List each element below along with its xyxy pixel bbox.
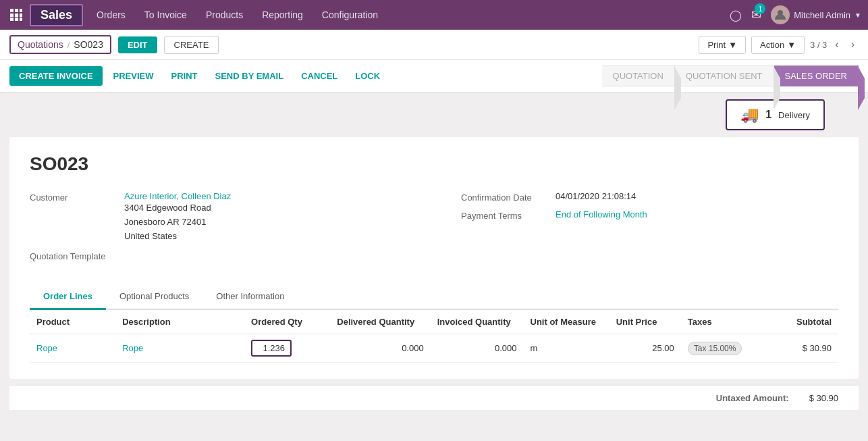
col-header-unit-price: Unit Price xyxy=(609,310,681,334)
edit-button[interactable]: EDIT xyxy=(118,36,157,53)
svg-rect-5 xyxy=(20,14,22,17)
print-chevron-icon: ▼ xyxy=(728,40,737,50)
quotation-template-label: Quotation Template xyxy=(30,250,124,261)
user-name: Mitchell Admin xyxy=(794,10,850,20)
preview-button[interactable]: PREVIEW xyxy=(107,66,161,86)
user-menu[interactable]: Mitchell Admin ▼ xyxy=(771,5,861,24)
send-by-email-button[interactable]: SEND BY EMAIL xyxy=(209,66,291,86)
pagination: 3 / 3 ‹ › xyxy=(810,37,859,52)
svg-rect-1 xyxy=(15,9,18,12)
breadcrumb-separator: / xyxy=(67,40,70,50)
col-header-description: Description xyxy=(115,310,244,334)
svg-rect-3 xyxy=(10,14,13,17)
cell-description: Rope xyxy=(115,334,244,363)
form-fields: Customer Azure Interior, Colleen Diaz 34… xyxy=(30,191,838,268)
truck-icon: 🚚 xyxy=(740,106,759,124)
nav-configuration[interactable]: Configuration xyxy=(319,8,381,22)
top-navigation: Sales Orders To Invoice Products Reporti… xyxy=(0,0,868,30)
summary-row: Untaxed Amount: $ 30.90 xyxy=(716,393,838,403)
col-header-ordered-qty: Ordered Qty xyxy=(244,310,330,334)
quotation-template-row: Quotation Template xyxy=(30,250,407,261)
form-left: Customer Azure Interior, Colleen Diaz 34… xyxy=(30,191,407,268)
delivery-label: Delivery xyxy=(778,110,810,120)
chat-count: 1 xyxy=(755,3,765,14)
tab-other-information[interactable]: Other Information xyxy=(202,284,298,310)
col-header-delivered-qty: Delivered Quantity xyxy=(330,310,430,334)
svg-rect-4 xyxy=(15,14,18,17)
confirmation-date-value: 04/01/2020 21:08:14 xyxy=(555,191,636,201)
delivery-widget-row: 🚚 1 Delivery xyxy=(9,99,859,130)
breadcrumb-row: Quotations / SO023 EDIT CREATE Print ▼ A… xyxy=(0,30,868,60)
cell-uom: m xyxy=(524,334,609,363)
cell-ordered-qty[interactable]: 1.236 xyxy=(244,334,330,363)
payment-terms-row: Payment Terms End of Following Month xyxy=(461,209,838,221)
svg-rect-2 xyxy=(20,9,22,12)
cell-delivered-qty: 0.000 xyxy=(330,334,430,363)
delivery-count: 1 xyxy=(765,109,771,121)
untaxed-value: $ 30.90 xyxy=(809,393,838,403)
create-invoice-button[interactable]: CREATE INVOICE xyxy=(9,66,103,86)
svg-rect-0 xyxy=(10,9,13,12)
lock-button[interactable]: LOCK xyxy=(348,66,387,86)
status-sales-order: SALES ORDER xyxy=(774,66,859,86)
customer-value: Azure Interior, Colleen Diaz 3404 Edgewo… xyxy=(124,191,231,243)
so-number: SO023 xyxy=(30,153,838,175)
tab-order-lines[interactable]: Order Lines xyxy=(30,284,106,310)
toolbar: CREATE INVOICE PREVIEW PRINT SEND BY EMA… xyxy=(0,60,868,93)
print-label: Print xyxy=(707,40,726,50)
nav-links: Orders To Invoice Products Reporting Con… xyxy=(94,8,730,22)
untaxed-label: Untaxed Amount: xyxy=(716,393,789,403)
form-card: SO023 Customer Azure Interior, Colleen D… xyxy=(9,137,859,379)
svg-rect-7 xyxy=(15,18,18,21)
cell-unit-price: 25.00 xyxy=(609,334,681,363)
table-row: Rope Rope 1.236 0.000 0.000 m 25.00 Tax … xyxy=(30,334,838,363)
next-arrow[interactable]: › xyxy=(847,37,859,52)
cell-product[interactable]: Rope xyxy=(30,334,115,363)
col-header-invoiced-qty: Invoiced Quantity xyxy=(431,310,524,334)
tabs: Order Lines Optional Products Other Info… xyxy=(30,284,838,310)
nav-orders[interactable]: Orders xyxy=(94,8,128,22)
pagination-text: 3 / 3 xyxy=(810,40,827,50)
cell-invoiced-qty: 0.000 xyxy=(431,334,524,363)
status-quotation-sent: QUOTATION SENT xyxy=(675,66,774,86)
nav-reporting[interactable]: Reporting xyxy=(259,8,306,22)
customer-name[interactable]: Azure Interior, Colleen Diaz xyxy=(124,191,231,201)
cancel-button[interactable]: CANCEL xyxy=(294,66,344,86)
breadcrumb: Quotations / SO023 xyxy=(9,35,111,54)
nav-to-invoice[interactable]: To Invoice xyxy=(142,8,190,22)
svg-rect-8 xyxy=(20,18,22,21)
print-toolbar-button[interactable]: PRINT xyxy=(165,66,205,86)
payment-terms-value[interactable]: End of Following Month xyxy=(555,209,647,219)
status-quotation: QUOTATION xyxy=(602,66,675,86)
nav-products[interactable]: Products xyxy=(203,8,246,22)
grid-icon[interactable] xyxy=(7,5,26,24)
print-button[interactable]: Print ▼ xyxy=(699,36,746,54)
svg-rect-6 xyxy=(10,18,13,21)
chat-badge[interactable]: ✉ 1 xyxy=(751,7,761,22)
col-header-product: Product xyxy=(30,310,115,334)
cell-taxes: Tax 15.00% xyxy=(681,334,767,363)
nav-right: ◯ ✉ 1 Mitchell Admin ▼ xyxy=(730,5,861,24)
col-header-taxes: Taxes xyxy=(681,310,767,334)
col-header-subtotal: Subtotal xyxy=(767,310,838,334)
col-header-uom: Unit of Measure xyxy=(524,310,609,334)
clock-icon[interactable]: ◯ xyxy=(730,9,742,22)
avatar xyxy=(771,5,790,24)
create-button[interactable]: CREATE xyxy=(164,36,219,54)
confirmation-date-label: Confirmation Date xyxy=(461,191,555,203)
user-chevron-icon: ▼ xyxy=(855,11,861,19)
action-button[interactable]: Action ▼ xyxy=(751,36,805,54)
breadcrumb-parent[interactable]: Quotations xyxy=(18,39,63,50)
main-content: 🚚 1 Delivery SO023 Customer Azure Interi… xyxy=(0,93,868,417)
app-brand[interactable]: Sales xyxy=(30,4,83,26)
bottom-summary: Untaxed Amount: $ 30.90 xyxy=(9,386,859,410)
prev-arrow[interactable]: ‹ xyxy=(831,37,842,52)
breadcrumb-current: SO023 xyxy=(74,39,103,50)
customer-address: 3404 Edgewood Road Jonesboro AR 72401 Un… xyxy=(124,201,231,243)
order-lines-table: Product Description Ordered Qty Delivere… xyxy=(30,310,838,363)
customer-label: Customer xyxy=(30,191,124,203)
tab-optional-products[interactable]: Optional Products xyxy=(106,284,202,310)
confirmation-date-row: Confirmation Date 04/01/2020 21:08:14 xyxy=(461,191,838,203)
customer-field-row: Customer Azure Interior, Colleen Diaz 34… xyxy=(30,191,407,243)
payment-terms-label: Payment Terms xyxy=(461,209,555,221)
